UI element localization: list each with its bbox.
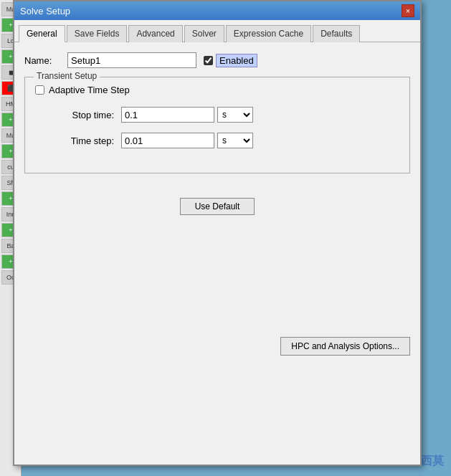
enabled-checkbox[interactable] bbox=[204, 56, 213, 65]
stop-time-input[interactable] bbox=[121, 107, 214, 123]
hpc-options-button[interactable]: HPC and Analysis Options... bbox=[280, 337, 410, 356]
dialog-title: Solve Setup bbox=[20, 6, 70, 16]
stop-time-unit-select[interactable]: s ms us ns bbox=[217, 107, 253, 123]
dialog-body: Name: Enabled Transient Setup Adaptive T… bbox=[14, 42, 420, 192]
enabled-container: Enabled bbox=[204, 54, 257, 67]
tab-advanced[interactable]: Advanced bbox=[128, 25, 182, 42]
tab-solver[interactable]: Solver bbox=[184, 25, 224, 42]
enabled-label: Enabled bbox=[216, 54, 257, 67]
close-button[interactable]: × bbox=[402, 4, 414, 17]
tab-defaults[interactable]: Defaults bbox=[313, 25, 360, 42]
tab-save-fields[interactable]: Save Fields bbox=[67, 25, 128, 42]
dialog-titlebar: Solve Setup × bbox=[14, 1, 420, 20]
adaptive-time-step-checkbox[interactable] bbox=[35, 85, 44, 95]
tab-general[interactable]: General bbox=[19, 25, 65, 42]
bottom-section: Use Default HPC and Analysis Options... bbox=[14, 192, 420, 343]
stop-time-row: Stop time: s ms us ns bbox=[35, 107, 399, 123]
time-step-row: Time step: s ms us ns bbox=[35, 133, 399, 148]
time-step-label: Time step: bbox=[35, 135, 121, 146]
stop-time-label: Stop time: bbox=[35, 110, 121, 120]
name-label: Name: bbox=[24, 55, 67, 66]
tab-expression-cache[interactable]: Expression Cache bbox=[226, 25, 311, 42]
adaptive-time-step-label: Adaptive Time Step bbox=[49, 85, 130, 95]
transient-setup-group: Transient Setup Adaptive Time Step Stop … bbox=[24, 77, 410, 173]
time-step-input[interactable] bbox=[121, 133, 214, 148]
name-input[interactable] bbox=[67, 52, 196, 68]
adaptive-time-step-row: Adaptive Time Step bbox=[35, 85, 399, 95]
time-step-unit-select[interactable]: s ms us ns bbox=[217, 133, 253, 148]
group-legend: Transient Setup bbox=[34, 71, 100, 81]
name-row: Name: Enabled bbox=[24, 52, 410, 68]
tabs-container: General Save Fields Advanced Solver Expr… bbox=[14, 20, 420, 42]
solve-setup-dialog: Solve Setup × General Save Fields Advanc… bbox=[13, 0, 422, 466]
use-default-button[interactable]: Use Default bbox=[180, 198, 255, 215]
